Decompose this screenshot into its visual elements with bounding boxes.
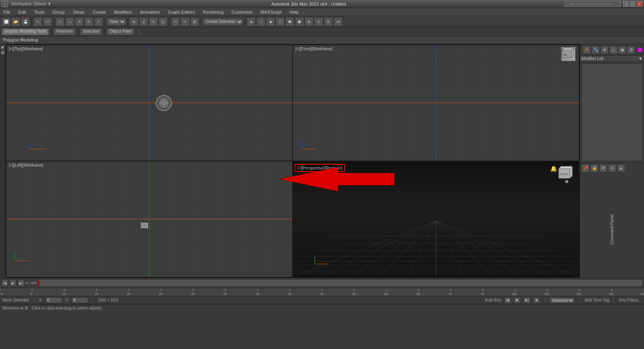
mirror-button[interactable]: ⇔ [171, 17, 180, 26]
search-input[interactable] [564, 1, 621, 7]
viewcube-perspective[interactable]: FRONT [557, 164, 576, 184]
utilities-icon[interactable]: ⚙ [627, 46, 635, 54]
svg-text:5: 5 [31, 292, 33, 295]
motion-icon[interactable]: △ [609, 46, 617, 54]
scale-button[interactable]: ⤢ [94, 17, 103, 26]
rotate-button[interactable]: ↻ [85, 17, 93, 26]
undo-button[interactable]: ↩ [33, 17, 42, 26]
named-sel-2[interactable]: ◇ [256, 17, 265, 26]
menu-modifiers[interactable]: Modifiers [112, 9, 134, 15]
lock-icon[interactable]: 🔒 [590, 164, 599, 172]
color-swatch[interactable] [638, 47, 642, 52]
move-button[interactable]: ✛ [75, 17, 84, 26]
welcome-text: Welcome to M [2, 306, 28, 310]
new-button[interactable]: ⬜ [2, 17, 10, 26]
workspace-selector[interactable]: Workspace: Default ▼ [10, 1, 53, 7]
viewport-front[interactable]: [+][Front][Wireframe] [293, 45, 579, 161]
viewcube-box[interactable]: Top [561, 47, 576, 61]
select-button[interactable]: ↖ [56, 17, 64, 26]
next-key-button[interactable]: ▶| [524, 297, 530, 304]
spinner-snap[interactable]: ◎ [159, 17, 167, 26]
move-up-icon[interactable]: ▲ [617, 164, 625, 172]
app-icon: 3 [2, 1, 8, 7]
stop-button[interactable]: ■ [533, 297, 540, 304]
remove-icon[interactable]: ✕ [608, 164, 616, 172]
svg-text:70: 70 [448, 292, 452, 295]
modify-icon[interactable]: 🔧 [592, 46, 600, 54]
named-sel-8[interactable]: ⊙ [314, 17, 323, 26]
prev-key-button[interactable]: |◀ [504, 297, 511, 304]
named-sel-9[interactable]: ⊚ [324, 17, 333, 26]
menu-create[interactable]: Create [91, 9, 107, 15]
display-icon[interactable]: ◉ [618, 46, 626, 54]
play-anim-button[interactable]: ▶ [0, 45, 5, 50]
viewcube[interactable]: Top [561, 47, 577, 63]
time-ruler-svg: 0 5 10 15 20 25 30 35 40 45 50 55 60 [0, 288, 644, 296]
align-button[interactable]: ≡ [181, 17, 190, 26]
menu-customize[interactable]: Customize [230, 9, 254, 15]
create-icon[interactable]: ✦ [583, 46, 591, 54]
pin-stack-icon[interactable]: 📌 [582, 164, 590, 172]
menu-maxscript[interactable]: MAXScript [259, 9, 283, 15]
menu-tools[interactable]: Tools [33, 9, 46, 15]
perspective-grid [293, 161, 579, 277]
open-button[interactable]: 📂 [11, 17, 20, 26]
menu-graph-editors[interactable]: Graph Editors [166, 9, 197, 15]
viewport-top[interactable]: [+][Top][Wireframe] [6, 45, 293, 161]
named-sel-6[interactable]: ⬣ [295, 17, 304, 26]
mode-select[interactable]: Selected [550, 297, 574, 303]
angle-snap[interactable]: ∠ [139, 17, 148, 26]
menu-file[interactable]: File [2, 9, 12, 15]
named-sel-4[interactable]: ⬡ [276, 17, 285, 26]
prev-frame-button[interactable]: |◀ [2, 280, 8, 286]
status-sep2 [93, 297, 93, 303]
named-sel-5[interactable]: ⬢ [285, 17, 294, 26]
left-tool-1[interactable]: ⊞ [0, 50, 5, 55]
graphite-tab[interactable]: Graphic Modeling Tools [2, 28, 49, 35]
object-paint-tab[interactable]: Object Paint [107, 28, 134, 35]
viewport-perspective[interactable]: [+][Perspective][Realistic] [293, 161, 579, 277]
next-frame-button[interactable]: ▶| [18, 280, 24, 286]
x-input[interactable] [46, 297, 62, 303]
notification-icon[interactable]: 🔔 [550, 165, 557, 172]
save-button[interactable]: 💾 [21, 17, 30, 26]
menu-rendering[interactable]: Rendering [202, 9, 225, 15]
menu-views[interactable]: Views [71, 9, 86, 15]
selection-tab[interactable]: Selection [80, 28, 102, 35]
maximize-button[interactable]: □ [630, 1, 636, 7]
freeform-tab[interactable]: Freeform [54, 28, 76, 35]
autokey-label: Auto Key [485, 298, 502, 302]
right-panel: ✦ 🔧 ⊕ △ ◉ ⚙ Modifier List ▼ 📌 🔒 👁 ✕ ▲ [580, 44, 644, 278]
viewport-left[interactable]: [+][Left][Wireframe] [6, 161, 293, 277]
view-select[interactable]: View [107, 18, 126, 25]
y-input[interactable] [72, 297, 88, 303]
select-region-button[interactable]: ▭ [65, 17, 74, 26]
play-button[interactable]: ▶ [10, 280, 16, 286]
play-anim-button[interactable]: ▶ [514, 297, 520, 304]
named-sel-10[interactable]: ⋈ [334, 17, 343, 26]
menu-animation[interactable]: Animation [138, 9, 161, 15]
quick-align[interactable]: ⊞ [190, 17, 199, 26]
menu-group[interactable]: Group [51, 9, 66, 15]
add-time-tag[interactable]: Add Time Tag [584, 298, 609, 302]
named-sel-7[interactable]: ⊗ [305, 17, 314, 26]
snap-toggle[interactable]: ⊕ [130, 17, 138, 26]
named-sel-1[interactable]: ◈ [247, 17, 256, 26]
menu-help[interactable]: Help [288, 9, 300, 15]
modifier-list-dropdown-icon[interactable]: ▼ [638, 56, 642, 61]
more-options[interactable]: ⋮ [137, 29, 142, 35]
redo-button[interactable]: ↪ [43, 17, 52, 26]
show-icon[interactable]: 👁 [599, 164, 607, 172]
create-selection-select[interactable]: Create Selection [203, 18, 243, 25]
named-sel-3[interactable]: ◆ [266, 17, 275, 26]
menu-edit[interactable]: Edit [17, 9, 28, 15]
timeline-bar[interactable] [39, 279, 642, 287]
percent-snap[interactable]: % [149, 17, 158, 26]
hierarchy-icon[interactable]: ⊕ [601, 46, 609, 54]
close-button[interactable]: ✕ [637, 1, 642, 7]
selection-status: None Selected [2, 298, 29, 302]
key-filters[interactable]: Key Filters... [619, 298, 642, 302]
object-left-viewport [141, 223, 148, 228]
minimize-button[interactable]: ─ [623, 1, 629, 7]
timeline-current-label: 0 / 100 [26, 281, 37, 285]
